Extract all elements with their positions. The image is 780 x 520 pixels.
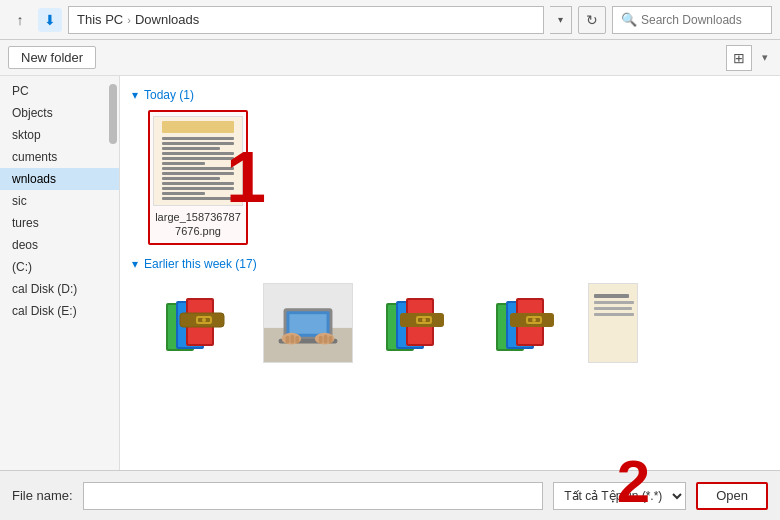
sidebar-item-e[interactable]: cal Disk (E:): [0, 300, 119, 322]
path-part-downloads: Downloads: [135, 12, 199, 27]
svg-rect-22: [319, 335, 323, 343]
section-earlier-header[interactable]: ▾ Earlier this week (17): [132, 257, 768, 271]
search-input[interactable]: [641, 13, 763, 27]
view-options-button[interactable]: ⊞: [726, 45, 752, 71]
winrar-icon-3: [483, 283, 573, 363]
bottom-right-buttons: Open: [696, 482, 768, 510]
svg-rect-19: [286, 335, 290, 343]
refresh-button[interactable]: ↻: [578, 6, 606, 34]
section-earlier-label: Earlier this week (17): [144, 257, 257, 271]
bottom-bar: File name: Tất cả Tệp tin (*.*) 2 Open: [0, 470, 780, 520]
sidebar-item-desktop[interactable]: sktop: [0, 124, 119, 146]
file-thumbnail: [153, 116, 243, 206]
sidebar-item-videos[interactable]: deos: [0, 234, 119, 256]
file-item-partial[interactable]: [588, 279, 638, 367]
file-item-png[interactable]: large_1587367877676.png 1: [148, 110, 248, 245]
file-area: ▾ Today (1): [120, 76, 780, 470]
filename-input[interactable]: [83, 482, 543, 510]
svg-point-10: [202, 318, 206, 322]
file-label-png: large_1587367877676.png: [155, 210, 241, 239]
sidebar-item-music[interactable]: sic: [0, 190, 119, 212]
sidebar-scrollbar[interactable]: [109, 84, 117, 144]
svg-point-34: [422, 318, 426, 322]
svg-rect-23: [324, 334, 328, 343]
sidebar-item-downloads[interactable]: wnloads: [0, 168, 119, 190]
open-button[interactable]: Open: [696, 482, 768, 510]
photo-thumb: [263, 283, 353, 363]
svg-rect-46: [594, 294, 629, 298]
address-path: This PC › Downloads: [68, 6, 544, 34]
file-item-winrar-1[interactable]: [148, 279, 248, 367]
main-area: PC Objects sktop cuments wnloads sic tur…: [0, 76, 780, 470]
svg-rect-20: [290, 334, 294, 343]
svg-rect-49: [594, 313, 634, 316]
earlier-grid: [132, 279, 768, 367]
search-box: 🔍: [612, 6, 772, 34]
sidebar-item-c[interactable]: (C:): [0, 256, 119, 278]
filetype-dropdown[interactable]: Tất cả Tệp tin (*.*): [553, 482, 686, 510]
file-item-photo[interactable]: [258, 279, 358, 367]
svg-rect-48: [594, 307, 632, 310]
winrar-icon-2: [373, 283, 463, 363]
svg-rect-24: [329, 335, 333, 343]
new-folder-button[interactable]: New folder: [8, 46, 96, 69]
path-part-thispc: This PC: [77, 12, 123, 27]
path-chevron-1: ›: [127, 14, 131, 26]
back-button[interactable]: ⬇: [38, 8, 62, 32]
search-icon: 🔍: [621, 12, 637, 27]
svg-rect-15: [289, 314, 326, 334]
winrar-icon-1: [153, 283, 243, 363]
file-item-winrar-2[interactable]: [368, 279, 468, 367]
section-today-header[interactable]: ▾ Today (1): [132, 88, 768, 102]
today-grid: large_1587367877676.png 1: [132, 110, 768, 245]
filename-label: File name:: [12, 488, 73, 503]
section-today-label: Today (1): [144, 88, 194, 102]
sidebar-item-objects[interactable]: Objects: [0, 102, 119, 124]
view-more-button[interactable]: ▾: [758, 51, 772, 64]
up-button[interactable]: ↑: [8, 8, 32, 32]
section-today-chevron: ▾: [132, 88, 138, 102]
doc-content: [158, 117, 238, 206]
svg-point-44: [532, 318, 536, 322]
svg-rect-47: [594, 301, 634, 304]
sidebar-item-pictures[interactable]: tures: [0, 212, 119, 234]
sidebar-item-pc[interactable]: PC: [0, 80, 119, 102]
address-bar: ↑ ⬇ This PC › Downloads ▾ ↻ 🔍: [0, 0, 780, 40]
file-item-winrar-3[interactable]: [478, 279, 578, 367]
partial-thumb: [588, 283, 638, 363]
section-earlier-chevron: ▾: [132, 257, 138, 271]
sidebar: PC Objects sktop cuments wnloads sic tur…: [0, 76, 120, 470]
sidebar-item-d[interactable]: cal Disk (D:): [0, 278, 119, 300]
svg-rect-21: [295, 335, 299, 343]
sidebar-item-documents[interactable]: cuments: [0, 146, 119, 168]
toolbar: New folder ⊞ ▾: [0, 40, 780, 76]
address-dropdown[interactable]: ▾: [550, 6, 572, 34]
